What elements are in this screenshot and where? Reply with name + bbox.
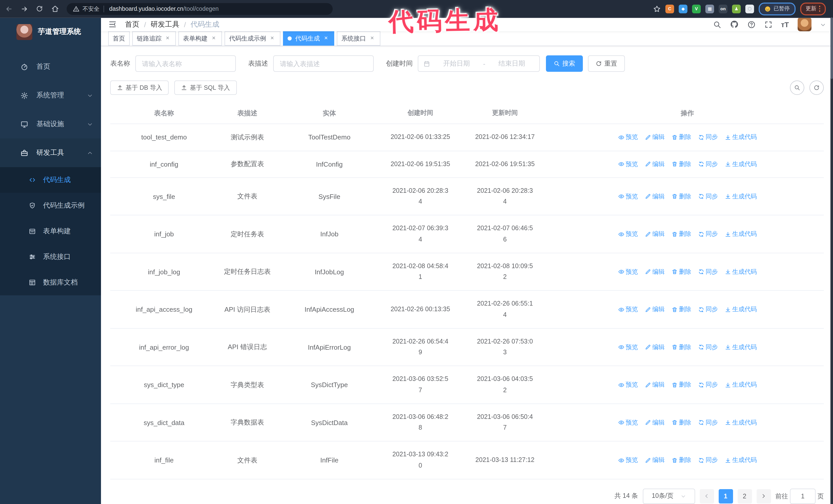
tab-codegen-example[interactable]: 代码生成示例 ×: [224, 31, 280, 46]
date-range-picker[interactable]: 开始日期 - 结束日期: [418, 55, 540, 72]
close-icon[interactable]: ×: [323, 35, 330, 42]
action-generate[interactable]: 生成代码: [724, 192, 757, 201]
browser-back-button[interactable]: [2, 2, 15, 16]
tab-codegen[interactable]: 代码生成 ×: [283, 31, 334, 46]
page-size-select[interactable]: 10条/页: [643, 488, 695, 504]
logo[interactable]: 芋道管理系统: [0, 18, 101, 46]
action-generate[interactable]: 生成代码: [724, 230, 757, 238]
prev-page-button[interactable]: [699, 489, 714, 503]
goto-page-input[interactable]: [790, 488, 815, 504]
fullscreen-button[interactable]: [764, 20, 772, 28]
action-preview[interactable]: 预览: [618, 456, 638, 464]
action-edit[interactable]: 编辑: [645, 133, 665, 142]
on-badge-extension-icon[interactable]: on: [719, 4, 728, 13]
close-icon[interactable]: ×: [210, 35, 217, 42]
action-sync[interactable]: 同步: [698, 133, 718, 142]
action-sync[interactable]: 同步: [698, 192, 718, 201]
search-button[interactable]: 搜索: [546, 55, 583, 72]
tab-api[interactable]: 系统接口 ×: [337, 31, 380, 46]
sidebar-item-devtools[interactable]: 研发工具: [0, 139, 101, 167]
reset-button[interactable]: 重置: [588, 55, 625, 72]
action-delete[interactable]: 删除: [671, 160, 691, 168]
font-size-button[interactable]: тT: [781, 20, 789, 28]
header-search-button[interactable]: [713, 20, 721, 28]
action-delete[interactable]: 删除: [671, 267, 691, 276]
puzzle-extension-icon[interactable]: ⬡: [745, 4, 754, 13]
action-delete[interactable]: 删除: [671, 192, 691, 201]
update-badge[interactable]: 更新: [800, 2, 826, 15]
sidebar-item-home[interactable]: 首页: [0, 52, 101, 81]
action-generate[interactable]: 生成代码: [724, 267, 757, 276]
action-delete[interactable]: 删除: [671, 456, 691, 464]
action-delete[interactable]: 删除: [671, 418, 691, 427]
tab-tracing[interactable]: 链路追踪 ×: [132, 31, 176, 46]
browser-reload-button[interactable]: [33, 2, 46, 16]
grid-extension-icon[interactable]: ▦: [705, 4, 714, 13]
action-generate[interactable]: 生成代码: [724, 456, 757, 464]
action-sync[interactable]: 同步: [698, 456, 718, 464]
submenu-item-codegen[interactable]: 代码生成: [0, 167, 101, 193]
page-1-button[interactable]: 1: [718, 489, 733, 503]
submenu-item-codegen-example[interactable]: 代码生成示例: [0, 193, 101, 218]
action-preview[interactable]: 预览: [618, 160, 638, 168]
action-edit[interactable]: 编辑: [645, 418, 665, 427]
sidebar-item-infra[interactable]: 基础设施: [0, 110, 101, 139]
action-preview[interactable]: 预览: [618, 192, 638, 201]
action-sync[interactable]: 同步: [698, 380, 718, 389]
action-generate[interactable]: 生成代码: [724, 133, 757, 142]
action-preview[interactable]: 预览: [618, 380, 638, 389]
toggle-search-button[interactable]: [790, 80, 804, 95]
breadcrumb-item[interactable]: 研发工具: [151, 20, 180, 29]
action-preview[interactable]: 预览: [618, 267, 638, 276]
orange-extension-icon[interactable]: C: [665, 4, 674, 13]
sidebar-toggle-button[interactable]: [108, 20, 117, 29]
action-sync[interactable]: 同步: [698, 418, 718, 427]
close-icon[interactable]: ×: [164, 35, 171, 42]
action-generate[interactable]: 生成代码: [724, 343, 757, 352]
green-check-extension-icon[interactable]: V: [692, 4, 701, 13]
user-caret-icon[interactable]: [820, 21, 826, 28]
user-avatar[interactable]: [798, 18, 811, 31]
action-preview[interactable]: 预览: [618, 133, 638, 142]
close-icon[interactable]: ×: [269, 35, 276, 42]
close-icon[interactable]: ×: [368, 35, 376, 42]
browser-menu-icon[interactable]: [819, 6, 820, 12]
breadcrumb-item[interactable]: 首页: [125, 20, 139, 29]
action-generate[interactable]: 生成代码: [724, 160, 757, 168]
page-scrollbar[interactable]: [830, 18, 833, 504]
bookmark-star-icon[interactable]: [653, 5, 661, 13]
submenu-item-api[interactable]: 系统接口: [0, 244, 101, 270]
action-preview[interactable]: 预览: [618, 305, 638, 314]
action-generate[interactable]: 生成代码: [724, 305, 757, 314]
person-extension-icon[interactable]: ♟: [732, 4, 741, 13]
action-delete[interactable]: 删除: [671, 133, 691, 142]
gem-extension-icon[interactable]: ◆: [679, 4, 687, 13]
action-edit[interactable]: 编辑: [645, 267, 665, 276]
table-desc-input[interactable]: [273, 55, 374, 72]
action-sync[interactable]: 同步: [698, 230, 718, 238]
action-edit[interactable]: 编辑: [645, 160, 665, 168]
action-delete[interactable]: 删除: [671, 305, 691, 314]
action-sync[interactable]: 同步: [698, 305, 718, 314]
action-sync[interactable]: 同步: [698, 160, 718, 168]
github-link[interactable]: [730, 20, 738, 29]
paused-badge[interactable]: 已暂停: [759, 2, 795, 15]
address-bar[interactable]: 不安全 dashboard.yudao.iocoder.cn/tool/code…: [67, 3, 333, 15]
import-sql-button[interactable]: 基于 SQL 导入: [174, 80, 237, 95]
tab-form-builder[interactable]: 表单构建 ×: [178, 31, 222, 46]
submenu-item-form-builder[interactable]: 表单构建: [0, 218, 101, 244]
action-sync[interactable]: 同步: [698, 267, 718, 276]
action-delete[interactable]: 删除: [671, 230, 691, 238]
action-generate[interactable]: 生成代码: [724, 418, 757, 427]
submenu-item-db-doc[interactable]: 数据库文档: [0, 270, 101, 295]
help-button[interactable]: [747, 20, 755, 28]
browser-forward-button[interactable]: [18, 2, 31, 16]
browser-home-button[interactable]: [48, 2, 62, 16]
next-page-button[interactable]: [756, 489, 771, 503]
action-edit[interactable]: 编辑: [645, 192, 665, 201]
tab-home[interactable]: 首页: [108, 31, 130, 46]
action-edit[interactable]: 编辑: [645, 343, 665, 352]
action-sync[interactable]: 同步: [698, 343, 718, 352]
action-edit[interactable]: 编辑: [645, 456, 665, 464]
import-db-button[interactable]: 基于 DB 导入: [110, 80, 169, 95]
